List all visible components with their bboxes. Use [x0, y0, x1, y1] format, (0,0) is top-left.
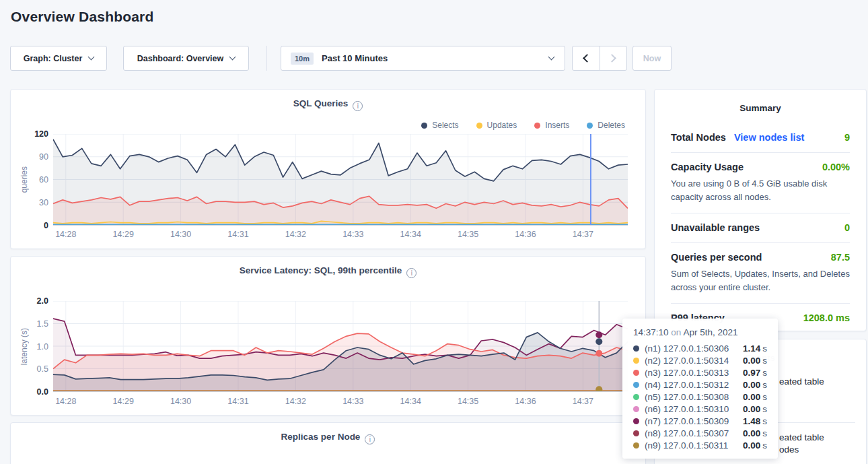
chevron-down-icon [88, 54, 95, 61]
y-tick-label: 0 [44, 221, 48, 230]
summary-row-total-nodes: Total Nodes View nodes list 9 [671, 123, 850, 152]
qps-value: 87.5 [831, 252, 850, 263]
p99-latency-value: 1208.0 ms [803, 312, 850, 323]
time-step-forward-button[interactable] [600, 46, 627, 70]
x-tick-label: 14:31 [227, 230, 248, 239]
x-tick-label: 14:36 [515, 230, 536, 239]
y-tick-label: 1.5 [37, 319, 48, 329]
tooltip-row: (n4) 127.0.0.1:503120.00s [633, 378, 767, 391]
tooltip-value: 0.00 [743, 356, 760, 366]
info-icon[interactable]: i [353, 101, 363, 111]
graph-dropdown[interactable]: Graph: Cluster [10, 46, 107, 71]
chevron-right-icon [608, 54, 616, 63]
replicas-title: Replicas per Nodei [11, 432, 645, 444]
legend-label: Deletes [598, 121, 625, 130]
time-range-label: Past 10 Minutes [322, 53, 388, 63]
series-dot-icon [633, 345, 639, 352]
x-tick-label: 14:31 [227, 397, 248, 406]
tooltip-value: 0.00 [743, 392, 760, 402]
legend-item[interactable]: Updates [476, 121, 517, 130]
time-step-back-button[interactable] [573, 46, 600, 70]
tooltip-node-label: (n3) 127.0.0.1:50313 [645, 368, 729, 378]
x-tick-label: 14:32 [285, 397, 306, 406]
tooltip-unit: s [762, 356, 767, 366]
tooltip-unit: s [762, 416, 767, 426]
x-tick-label: 14:34 [400, 397, 421, 406]
capacity-usage-desc: You are using 0 B of 4.5 GiB usable disk… [671, 177, 850, 203]
view-nodes-list-link[interactable]: View nodes list [734, 132, 805, 143]
series-dot-icon [633, 382, 639, 388]
info-icon[interactable]: i [406, 268, 417, 278]
graph-dropdown-label: Graph: Cluster [24, 54, 83, 63]
tooltip-row: (n8) 127.0.0.1:503070.00s [633, 427, 767, 439]
series-dot-icon [633, 418, 639, 424]
unavailable-ranges-value: 0 [844, 222, 850, 233]
legend-dot-icon [476, 123, 482, 129]
chart-hover-tooltip: 14:37:10 on Apr 5th, 2021 (n1) 127.0.0.1… [622, 319, 778, 459]
tooltip-row: (n2) 127.0.0.1:503140.00s [633, 354, 767, 366]
y-tick-label: 1.0 [37, 342, 48, 352]
info-icon[interactable]: i [365, 434, 375, 444]
tooltip-value: 0.00 [743, 428, 760, 438]
legend-label: Selects [432, 121, 458, 130]
x-tick-label: 14:32 [285, 230, 306, 239]
series-dot-icon [633, 370, 639, 376]
legend-label: Inserts [545, 121, 569, 130]
y-tick-label: 60 [39, 175, 48, 185]
series-dot-icon [633, 430, 639, 436]
service-latency-title: Service Latency: SQL, 99th percentilei [11, 265, 645, 278]
y-tick-label: 0.0 [37, 387, 48, 397]
event-text-fragment: eated table [779, 432, 824, 442]
sql-queries-chart[interactable] [53, 134, 628, 226]
event-text-fragment: odes [779, 444, 799, 455]
toolbar-divider [266, 46, 267, 71]
sql-queries-title: SQL Queriesi [11, 98, 645, 111]
time-range-dropdown[interactable]: 10m Past 10 Minutes [281, 46, 565, 71]
summary-row-unavailable-ranges: Unavailable ranges 0 [671, 213, 850, 242]
y-tick-label: 120 [34, 129, 48, 139]
tooltip-value: 0.00 [743, 380, 760, 390]
tooltip-node-label: (n7) 127.0.0.1:50309 [645, 416, 729, 426]
legend-label: Updates [487, 121, 517, 130]
capacity-usage-value: 0.00% [822, 162, 850, 172]
tooltip-row: (n6) 127.0.0.1:503100.00s [633, 403, 767, 415]
tooltip-value: 0.00 [743, 440, 760, 451]
y-tick-label: 0.5 [37, 364, 48, 374]
chevron-down-icon [548, 54, 555, 61]
time-step-buttons [572, 46, 627, 71]
tooltip-row: (n7) 127.0.0.1:503091.48s [633, 415, 767, 427]
legend-item[interactable]: Selects [421, 121, 458, 130]
service-latency-panel: Service Latency: SQL, 99th percentilei l… [10, 256, 646, 416]
x-tick-label: 14:29 [113, 397, 134, 406]
total-nodes-value: 9 [844, 132, 850, 143]
service-latency-chart[interactable] [53, 301, 628, 392]
tooltip-node-label: (n9) 127.0.0.1:50311 [645, 440, 728, 451]
legend-dot-icon [534, 123, 540, 129]
sql-y-ticks: 1209060300 [11, 134, 48, 226]
now-button[interactable]: Now [632, 46, 672, 71]
event-text-fragment: eated table [779, 376, 824, 387]
tooltip-unit: s [762, 428, 767, 438]
legend-item[interactable]: Deletes [587, 121, 625, 130]
x-tick-label: 14:30 [170, 397, 191, 406]
summary-title: Summary [655, 103, 866, 113]
dashboard-dropdown[interactable]: Dashboard: Overview [123, 46, 249, 71]
summary-panel: Summary Total Nodes View nodes list 9 Ca… [654, 89, 867, 331]
tooltip-row: (n3) 127.0.0.1:503130.97s [633, 366, 767, 378]
series-dot-icon [633, 406, 639, 412]
tooltip-value: 0.97 [743, 368, 760, 378]
legend-item[interactable]: Inserts [534, 121, 569, 130]
chevron-down-icon [229, 54, 236, 61]
tooltip-node-label: (n4) 127.0.0.1:50312 [645, 380, 729, 390]
tooltip-value: 1.48 [743, 416, 760, 426]
tooltip-node-label: (n5) 127.0.0.1:50308 [645, 392, 729, 402]
x-tick-label: 14:28 [55, 230, 76, 239]
latency-y-ticks: 2.01.51.00.50.0 [11, 301, 48, 392]
series-dot-icon [633, 394, 639, 400]
x-tick-label: 14:33 [342, 397, 363, 406]
tooltip-unit: s [762, 368, 767, 378]
tooltip-unit: s [762, 392, 767, 402]
series-dot-icon [633, 442, 639, 449]
y-tick-label: 90 [39, 152, 48, 162]
x-tick-label: 14:28 [55, 397, 76, 406]
